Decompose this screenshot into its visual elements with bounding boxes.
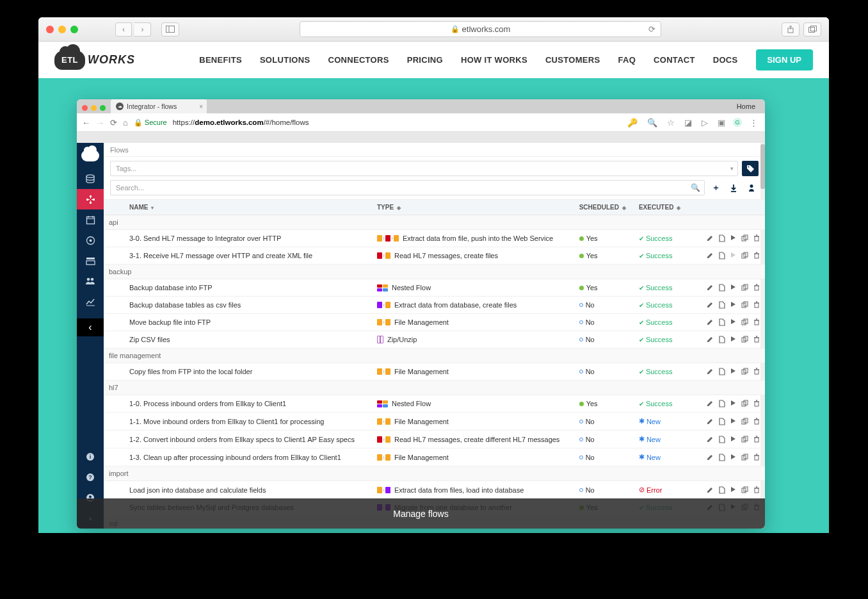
duplicate-icon[interactable] (741, 368, 748, 375)
delete-icon[interactable] (753, 368, 760, 375)
exec-status[interactable]: ✔ Success (639, 400, 683, 407)
delete-icon[interactable] (753, 284, 760, 291)
group-label[interactable]: backup (104, 265, 765, 279)
delete-icon[interactable] (753, 486, 760, 494)
delete-icon[interactable] (753, 301, 760, 309)
nav-link[interactable]: FAQ (618, 55, 636, 65)
edit-icon[interactable] (707, 284, 714, 291)
group-label[interactable]: hl7 (104, 381, 765, 395)
run-icon[interactable] (730, 336, 736, 343)
export-button[interactable] (744, 180, 759, 195)
import-button[interactable] (727, 180, 741, 195)
delete-icon[interactable] (753, 318, 760, 326)
sidebar-item-connections[interactable] (77, 168, 104, 189)
table-row[interactable]: Backup database tables as csv files› Ext… (104, 297, 765, 314)
inner-zoom-window[interactable] (100, 105, 106, 111)
delete-icon[interactable] (753, 418, 760, 425)
home-link[interactable]: Home (727, 103, 765, 110)
sidebar-item-explorer[interactable] (77, 250, 104, 271)
group-label[interactable]: import (104, 466, 765, 481)
duplicate-icon[interactable] (741, 252, 748, 259)
chrome-menu-icon[interactable]: ⋮ (748, 118, 760, 127)
duplicate-icon[interactable] (741, 318, 748, 326)
table-row[interactable]: Move backup file into FTP› File Manageme… (104, 314, 765, 331)
zoom-icon[interactable]: 🔍 (645, 118, 659, 127)
delete-icon[interactable] (753, 252, 760, 259)
run-icon[interactable] (730, 454, 736, 461)
view-icon[interactable] (719, 336, 725, 343)
site-logo[interactable]: ETL WORKS (54, 51, 135, 70)
exec-status[interactable]: ✱ New (639, 435, 683, 443)
sidebar-item-info[interactable]: i (77, 447, 104, 467)
delete-icon[interactable] (753, 454, 760, 461)
exec-status[interactable]: ✔ Success (639, 234, 683, 242)
view-icon[interactable] (719, 301, 725, 309)
manage-tags-button[interactable] (742, 161, 759, 176)
delete-icon[interactable] (753, 336, 760, 343)
table-row[interactable]: Backup database into FTP Nested Flow Yes… (104, 279, 765, 297)
run-icon[interactable] (730, 400, 736, 407)
inner-address-bar[interactable]: https://demo.etlworks.com/#/home/flows (173, 119, 309, 126)
exec-status[interactable]: ✔ Success (639, 252, 683, 259)
sidebar-item-help[interactable]: ? (77, 467, 104, 488)
table-row[interactable]: 1-3. Clean up after processing inbound o… (104, 448, 765, 466)
view-icon[interactable] (719, 234, 725, 242)
view-icon[interactable] (719, 454, 725, 461)
col-executed[interactable]: EXECUTED ◆ (634, 200, 688, 215)
exec-status[interactable]: ✔ Success (639, 318, 683, 326)
nav-link[interactable]: HOW IT WORKS (461, 55, 527, 65)
table-row[interactable]: 1-1. Move inbound orders from Ellkay to … (104, 413, 765, 431)
exec-status[interactable]: ✔ Success (639, 336, 683, 343)
tabs-button[interactable] (803, 22, 821, 37)
signup-button[interactable]: SIGN UP (756, 49, 813, 70)
nav-link[interactable]: SOLUTIONS (260, 55, 310, 65)
exec-status[interactable]: ✔ Success (639, 368, 683, 375)
col-name[interactable]: NAME ▾ (104, 200, 372, 215)
edit-icon[interactable] (707, 454, 714, 461)
run-icon[interactable] (730, 436, 736, 443)
view-icon[interactable] (719, 318, 725, 326)
exec-status[interactable]: ✔ Success (639, 284, 683, 291)
table-row[interactable]: Zip CSV files Zip/Unzip No✔ Success (104, 331, 765, 349)
sidebar-item-flows[interactable] (77, 189, 104, 209)
inner-minimize-window[interactable] (91, 105, 97, 111)
run-icon[interactable] (730, 284, 736, 291)
group-label[interactable]: api (104, 215, 765, 230)
duplicate-icon[interactable] (741, 418, 748, 425)
duplicate-icon[interactable] (741, 284, 748, 291)
ext1-icon[interactable]: ◪ (682, 118, 694, 127)
duplicate-icon[interactable] (741, 301, 748, 309)
table-row[interactable]: 1-2. Convert inbound orders from Ellkay … (104, 431, 765, 448)
table-row[interactable]: 1-0. Process inbound orders from Ellkay … (104, 395, 765, 413)
group-label[interactable]: file management (104, 349, 765, 363)
search-input[interactable]: Search... 🔍 (110, 180, 705, 195)
sidebar-collapse-button[interactable]: ‹ (77, 318, 104, 336)
view-icon[interactable] (719, 368, 725, 375)
edit-icon[interactable] (707, 486, 714, 494)
view-icon[interactable] (719, 418, 725, 425)
edit-icon[interactable] (707, 436, 714, 443)
sidebar-item-stats[interactable] (77, 291, 104, 312)
inner-reload-icon[interactable]: ⟳ (110, 118, 117, 127)
table-row[interactable]: Copy files from FTP into the local folde… (104, 363, 765, 381)
duplicate-icon[interactable] (741, 336, 748, 343)
exec-status[interactable]: ✱ New (639, 453, 683, 461)
nav-link[interactable]: BENEFITS (199, 55, 242, 65)
view-icon[interactable] (719, 252, 725, 259)
edit-icon[interactable] (707, 400, 714, 407)
run-icon[interactable] (730, 301, 736, 309)
view-icon[interactable] (719, 436, 725, 443)
delete-icon[interactable] (753, 436, 760, 443)
edit-icon[interactable] (707, 301, 714, 309)
run-icon[interactable] (730, 368, 736, 375)
delete-icon[interactable] (753, 234, 760, 242)
run-icon[interactable] (730, 318, 736, 326)
sidebar-item-users[interactable] (77, 271, 104, 291)
exec-status[interactable]: ✔ Success (639, 301, 683, 309)
edit-icon[interactable] (707, 336, 714, 343)
browser-tab[interactable]: ☁ Integrator - flows × (111, 99, 207, 113)
ext2-icon[interactable]: ▷ (700, 118, 710, 127)
nav-link[interactable]: CONTACT (654, 55, 695, 65)
safari-address-bar[interactable]: 🔒 etlworks.com ⟳ (300, 21, 661, 37)
inner-back-icon[interactable]: ← (82, 118, 90, 127)
